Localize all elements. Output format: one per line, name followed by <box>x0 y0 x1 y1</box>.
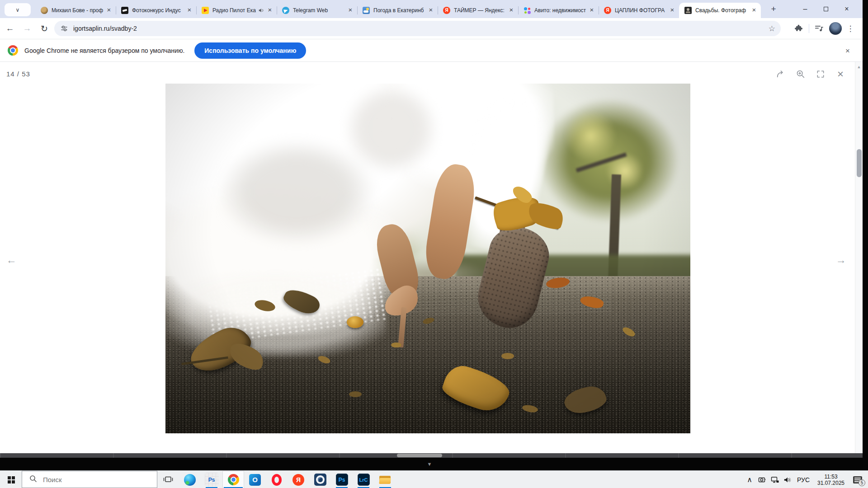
taskbar-app-lightroom[interactable]: LrC <box>353 471 374 488</box>
app-icon: Ps <box>205 473 219 487</box>
bookmark-star-icon[interactable]: ☆ <box>769 24 775 33</box>
app-icon: Я <box>292 474 304 486</box>
wedding-photo[interactable] <box>165 84 690 433</box>
task-view-button[interactable] <box>158 471 178 488</box>
browser-tab-radio-pilot[interactable]: Радио Пилот Ека × <box>196 3 277 18</box>
tab-close-button[interactable]: × <box>105 6 113 14</box>
address-bar[interactable]: ☆ <box>54 21 781 36</box>
tab-close-button[interactable]: × <box>266 6 274 14</box>
previous-photo-button[interactable]: ← <box>3 252 19 268</box>
tab-title: Свадьбы. Фотограф <box>695 7 750 14</box>
fullscreen-icon[interactable] <box>814 67 827 81</box>
browser-tab-telegram-web[interactable]: Telegram Web × <box>277 3 357 18</box>
tab-favicon <box>363 7 370 14</box>
browser-tab-pogoda[interactable]: Погода в Екатеринб × <box>357 3 438 18</box>
viewer-controls: × <box>768 67 847 81</box>
task-view-icon <box>163 475 173 484</box>
taskbar-app-photoshop-2[interactable]: Ps <box>331 471 353 488</box>
media-controls-icon[interactable] <box>812 21 826 36</box>
language-indicator[interactable]: РУС <box>794 476 813 483</box>
url-input[interactable] <box>72 24 765 33</box>
browser-tab-fotokonkurs[interactable]: Фотоконкурс Индус × <box>116 3 196 18</box>
infobar-close-button[interactable]: × <box>843 46 853 56</box>
reload-button[interactable]: ↻ <box>38 22 51 35</box>
scroll-up-arrow[interactable]: ▲ <box>855 65 863 69</box>
browser-tab-avito[interactable]: Авито: недвижимост × <box>518 3 599 18</box>
thumbnail-strip: ▼ <box>0 458 863 470</box>
tab-favicon <box>202 7 209 14</box>
taskbar-app-edge[interactable] <box>179 471 201 488</box>
camera-tray-icon[interactable] <box>756 471 769 488</box>
desktop-screen: ∨ Михаил Бове - проф × Фотоконкурс Индус <box>0 0 868 488</box>
taskbar-app-photo-tool[interactable] <box>309 471 331 488</box>
tab-favicon <box>41 7 48 14</box>
taskbar-app-photoshop[interactable]: Ps <box>201 471 222 488</box>
start-button[interactable] <box>0 471 22 488</box>
search-input[interactable] <box>42 475 132 484</box>
app-icon <box>272 474 282 486</box>
vertical-scrollbar[interactable]: ▲ <box>855 62 863 453</box>
windows-logo-icon <box>8 476 11 479</box>
vertical-scrollbar-thumb[interactable] <box>857 149 862 177</box>
browser-menu-icon[interactable]: ⋮ <box>844 24 856 33</box>
windows-taskbar: Ps O Я <box>0 470 868 488</box>
tab-title: Фотоконкурс Индус <box>132 7 185 14</box>
tab-close-button[interactable]: × <box>346 6 354 14</box>
taskbar-app-chrome[interactable] <box>222 471 244 488</box>
browser-tab-timer-yandex[interactable]: ТАЙМЕР — Яндекс: × <box>438 3 518 18</box>
volume-tray-icon[interactable] <box>781 471 794 488</box>
tab-close-button[interactable]: × <box>750 6 758 14</box>
profile-avatar[interactable] <box>829 22 842 35</box>
forward-button[interactable]: → <box>21 22 33 35</box>
tab-favicon <box>121 7 128 14</box>
tab-search-button[interactable]: ∨ <box>5 3 31 16</box>
share-icon[interactable] <box>774 67 788 81</box>
tab-favicon <box>684 7 692 14</box>
window-maximize-button[interactable] <box>816 0 836 18</box>
tab-title: Михаил Бове - проф <box>52 7 105 14</box>
zoom-in-icon[interactable] <box>794 67 807 81</box>
app-icon: LrC <box>358 474 370 486</box>
taskbar-apps: Ps O Я <box>179 471 396 488</box>
new-tab-button[interactable]: + <box>767 3 780 15</box>
tab-close-button[interactable]: × <box>427 6 435 14</box>
site-info-icon[interactable] <box>61 25 68 32</box>
taskbar-app-outlook[interactable]: O <box>244 471 266 488</box>
window-close-button[interactable]: × <box>836 0 857 18</box>
app-icon <box>379 474 392 486</box>
tray-expand-button[interactable]: ∧ <box>743 471 756 488</box>
tab-close-button[interactable]: × <box>507 6 515 14</box>
tab-favicon <box>282 7 289 14</box>
tab-close-button[interactable]: × <box>668 6 676 14</box>
taskbar-search[interactable] <box>22 471 157 488</box>
browser-tab-mihail-bove[interactable]: Михаил Бове - проф × <box>35 3 116 18</box>
maximize-icon <box>824 7 828 11</box>
set-default-browser-button[interactable]: Использовать по умолчанию <box>194 42 306 59</box>
clock[interactable]: 11:53 31.07.2025 <box>813 474 849 486</box>
tab-close-button[interactable]: × <box>185 6 193 14</box>
viewer-close-button[interactable]: × <box>834 67 847 81</box>
app-icon: O <box>249 474 261 486</box>
browser-tab-svadby-fotograf[interactable]: Свадьбы. Фотограф × <box>679 3 761 18</box>
tab-title: Telegram Web <box>293 7 346 14</box>
tab-audio-icon[interactable] <box>258 7 265 14</box>
next-photo-button[interactable]: → <box>833 252 849 268</box>
taskbar-app-yandex[interactable]: Я <box>288 471 309 488</box>
infobar-text: Google Chrome не является браузером по у… <box>24 47 184 54</box>
collapse-strip-icon[interactable]: ▼ <box>427 461 432 467</box>
tab-close-button[interactable]: × <box>588 6 596 14</box>
screen-right-edge <box>863 0 868 470</box>
horizontal-scrollbar[interactable] <box>0 453 863 458</box>
back-button[interactable]: ← <box>4 22 16 35</box>
taskbar-app-explorer[interactable] <box>374 471 396 488</box>
default-browser-infobar: Google Chrome не является браузером по у… <box>0 39 863 62</box>
horizontal-scrollbar-thumb[interactable] <box>397 454 442 457</box>
browser-tab-tsaplin-fotograf[interactable]: ЦАПЛИН ФОТОГРА × <box>599 3 679 18</box>
taskbar-app-opera[interactable] <box>266 471 288 488</box>
notification-center-button[interactable]: 5 <box>849 471 866 488</box>
window-minimize-button[interactable]: – <box>795 0 816 18</box>
photo-lightbox: 14 / 53 × <box>0 62 863 453</box>
extensions-icon[interactable] <box>792 21 806 36</box>
network-tray-icon[interactable] <box>769 471 781 488</box>
app-icon <box>314 474 326 486</box>
